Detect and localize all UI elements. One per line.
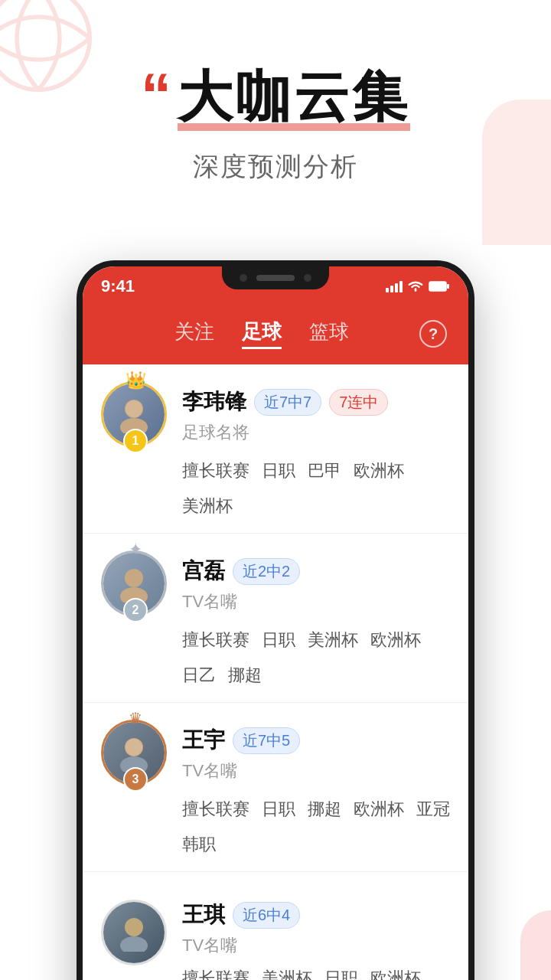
- stat-tag: 近6中4: [233, 902, 300, 929]
- expert-name-row: 王琪 近6中4: [182, 900, 450, 929]
- league-tag: 欧洲杯: [370, 967, 421, 980]
- avatar-wrapper: 👑 1: [101, 381, 170, 450]
- phone-mockup: 9:41: [0, 245, 551, 980]
- expert-leagues: 擅长联赛 美洲杯 日职 欧洲杯 日乙 挪超: [101, 967, 450, 980]
- svg-rect-2: [390, 286, 393, 292]
- expert-role: TV名嘴: [182, 760, 450, 782]
- tab-football[interactable]: 足球: [242, 318, 282, 349]
- league-tag: 擅长联赛: [182, 629, 249, 652]
- crown-icon: 👑: [126, 371, 146, 390]
- expert-name: 宫磊: [182, 557, 225, 586]
- red-decoration: [520, 910, 551, 980]
- signal-icon: [386, 280, 403, 292]
- expert-item[interactable]: 王琪 近6中4 TV名嘴 擅长联赛 美洲杯 日职 欧洲杯 日乙 挪超: [83, 872, 468, 980]
- league-tag: 挪超: [228, 664, 262, 687]
- league-tag: 擅长联赛: [182, 967, 249, 980]
- avatar-wrapper: [101, 889, 170, 958]
- svg-point-0: [0, 0, 90, 90]
- league-tag: 巴甲: [308, 459, 341, 482]
- svg-rect-6: [447, 284, 449, 289]
- svg-rect-1: [386, 288, 389, 292]
- league-tag: 欧洲杯: [370, 629, 421, 652]
- crown-icon: ✦: [129, 540, 142, 560]
- wifi-icon: [407, 280, 424, 292]
- help-button[interactable]: ?: [419, 320, 447, 348]
- expert-info: 王宇 近7中5 TV名嘴: [182, 726, 450, 782]
- league-tag: 美洲杯: [262, 967, 312, 980]
- league-tag: 亚冠: [416, 798, 450, 821]
- hero-subtitle: 深度预测分析: [193, 149, 358, 185]
- league-tag: 日乙: [182, 664, 216, 687]
- status-icons: [386, 280, 450, 292]
- tab-basketball[interactable]: 篮球: [309, 318, 349, 349]
- status-bar: 9:41: [83, 266, 468, 306]
- league-tag: 欧洲杯: [354, 459, 404, 482]
- tab-follow[interactable]: 关注: [174, 318, 214, 349]
- expert-name: 王琪: [182, 900, 225, 929]
- avatar: [101, 900, 167, 965]
- app-header: 关注 足球 篮球 ?: [83, 306, 468, 364]
- svg-point-15: [125, 918, 143, 936]
- svg-point-9: [126, 400, 142, 417]
- streak-tag: 7连中: [329, 389, 388, 416]
- expert-role: 足球名将: [182, 421, 450, 444]
- league-tag: 欧洲杯: [354, 798, 404, 821]
- league-tag: 擅长联赛: [182, 459, 249, 482]
- expert-leagues: 擅长联赛 日职 巴甲 欧洲杯 美洲杯: [101, 459, 450, 518]
- expert-item[interactable]: ✦ 2 宫磊: [83, 534, 468, 703]
- status-time: 9:41: [101, 276, 135, 296]
- notch-dot-2: [304, 274, 311, 282]
- expert-name: 李玮锋: [182, 387, 246, 416]
- expert-name-row: 王宇 近7中5: [182, 726, 450, 755]
- hero-section: “ 大咖云集 深度预测分析: [0, 0, 551, 245]
- expert-top-row: ✦ 2 宫磊: [101, 550, 450, 619]
- battery-icon: [429, 280, 450, 292]
- expert-name-row: 李玮锋 近7中7 7连中: [182, 387, 450, 416]
- expert-info: 宫磊 近2中2 TV名嘴: [182, 557, 450, 613]
- notch-speaker: [256, 275, 295, 281]
- svg-rect-4: [399, 281, 403, 292]
- stat-tag: 近2中2: [233, 558, 300, 585]
- expert-role: TV名嘴: [182, 590, 450, 613]
- hero-title: 大咖云集: [178, 66, 410, 127]
- notch: [222, 266, 329, 289]
- avatar-wrapper: ♛ 3: [101, 720, 170, 789]
- expert-top-row: ♛ 3: [101, 720, 450, 789]
- expert-item[interactable]: 👑 1: [83, 364, 468, 534]
- phone-frame: 9:41: [77, 260, 474, 980]
- expert-info: 王琪 近6中4 TV名嘴: [182, 890, 450, 957]
- svg-point-14: [126, 739, 142, 756]
- league-tag: 日职: [262, 629, 295, 652]
- expert-role: TV名嘴: [182, 934, 450, 957]
- league-tag: 美洲杯: [182, 495, 233, 518]
- expert-leagues: 擅长联赛 日职 美洲杯 欧洲杯 日乙 挪超: [101, 629, 450, 687]
- stat-tag: 近7中7: [254, 389, 321, 416]
- basketball-icon: [0, 0, 92, 92]
- league-tag: 擅长联赛: [182, 798, 249, 821]
- league-tag: 挪超: [308, 798, 341, 821]
- expert-top-row: 王琪 近6中4 TV名嘴: [101, 889, 450, 958]
- rank-badge: 3: [123, 767, 148, 792]
- expert-info: 李玮锋 近7中7 7连中 足球名将: [182, 387, 450, 444]
- league-tag: 韩职: [182, 833, 216, 856]
- quote-mark: “: [141, 64, 171, 126]
- league-tag: 日职: [324, 967, 358, 980]
- rank-badge: 1: [123, 429, 148, 453]
- svg-point-10: [125, 569, 143, 587]
- expert-name-row: 宫磊 近2中2: [182, 557, 450, 586]
- league-tag: 日职: [262, 798, 295, 821]
- svg-point-16: [120, 936, 148, 952]
- rank-badge: 2: [123, 598, 148, 622]
- league-tag: 美洲杯: [308, 629, 358, 652]
- expert-name: 王宇: [182, 726, 225, 755]
- expert-item[interactable]: ♛ 3: [83, 703, 468, 872]
- avatar-wrapper: ✦ 2: [101, 550, 170, 619]
- notch-dot-1: [240, 274, 247, 282]
- nav-tabs[interactable]: 关注 足球 篮球: [104, 318, 419, 349]
- expert-top-row: 👑 1: [101, 381, 450, 450]
- svg-rect-3: [395, 283, 398, 292]
- league-tag: 日职: [262, 459, 295, 482]
- svg-rect-5: [429, 282, 446, 291]
- crown-icon: ♛: [129, 709, 142, 727]
- expert-leagues: 擅长联赛 日职 挪超 欧洲杯 亚冠 韩职: [101, 798, 450, 856]
